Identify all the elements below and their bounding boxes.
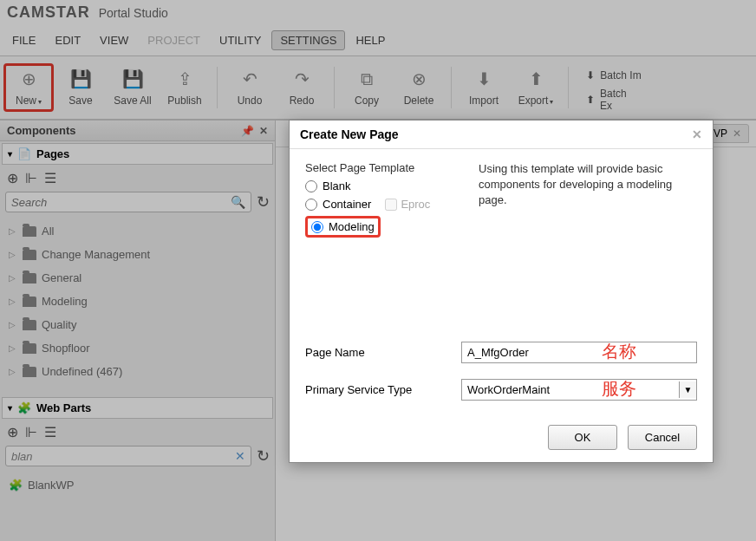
service-type-input[interactable] (462, 380, 679, 400)
radio-modeling[interactable]: Modeling (305, 216, 381, 238)
radio-container[interactable]: Container (305, 198, 371, 211)
page-name-row: Page Name 名称 (305, 342, 697, 363)
annotation-service: 服务 (602, 377, 636, 401)
service-type-row: Primary Service Type ▼ 服务 (305, 379, 697, 401)
radio-modeling-input[interactable] (311, 221, 323, 233)
dialog-button-row: OK Cancel (290, 413, 713, 462)
radio-container-input[interactable] (305, 199, 317, 211)
radio-modeling-row: Modeling (305, 216, 461, 238)
page-name-input[interactable] (461, 342, 697, 363)
service-type-label: Primary Service Type (305, 383, 461, 396)
radio-blank[interactable]: Blank (305, 179, 461, 192)
radio-blank-input[interactable] (305, 180, 317, 192)
dialog-title: Create New Page (300, 127, 399, 141)
ok-button[interactable]: OK (548, 425, 617, 450)
dropdown-icon[interactable]: ▼ (679, 381, 696, 398)
dialog-close-icon[interactable]: ✕ (692, 127, 702, 141)
template-description: Using this template will provide basic c… (479, 161, 697, 243)
template-label: Select Page Template (305, 161, 461, 174)
cancel-button[interactable]: Cancel (628, 425, 697, 450)
annotation-name: 名称 (602, 340, 636, 363)
page-name-label: Page Name (305, 346, 461, 359)
create-new-page-dialog: Create New Page ✕ Select Page Template B… (289, 120, 714, 463)
radio-container-row: Container Eproc (305, 198, 461, 211)
eproc-checkbox[interactable]: Eproc (385, 198, 430, 211)
dialog-body: Select Page Template Blank Container Epr… (290, 149, 713, 413)
dialog-titlebar: Create New Page ✕ (290, 121, 713, 149)
service-type-combo[interactable]: ▼ (461, 379, 697, 401)
eproc-checkbox-input (385, 199, 397, 211)
